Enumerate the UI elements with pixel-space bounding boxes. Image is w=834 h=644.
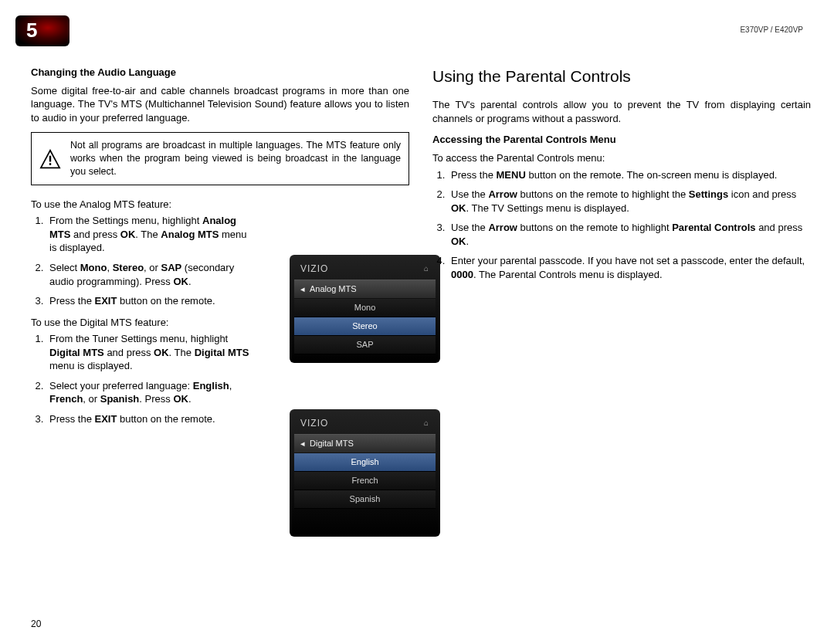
page-number: 20 [31,618,41,630]
list-item: Select your preferred language: English,… [46,379,255,406]
chapter-badge: 5 [15,15,70,46]
access-intro: To access the Parental Controls menu: [432,151,811,165]
tv-menu-title-row: ◂ Analog MTS [294,280,436,299]
left-intro: Some digital free-to-air and cable chann… [31,84,409,125]
tv-brand: VIZIO [300,417,328,429]
analog-steps: From the Settings menu, highlight Analog… [31,214,255,307]
list-item: Select Mono, Stereo, or SAP (secondary a… [46,261,255,288]
tv-menu-item: SAP [294,336,436,354]
list-item: Press the EXIT button on the remote. [46,412,255,426]
list-item: From the Tuner Settings menu, highlight … [46,332,255,373]
tv-menu-item: Mono [294,299,436,317]
list-item: Use the Arrow buttons on the remote to h… [448,221,811,248]
tv-menu-title: Digital MTS [310,438,354,449]
chevron-left-icon: ◂ [300,283,305,295]
right-intro: The TV's parental controls allow you to … [432,98,811,125]
tv-menu-title-row: ◂ Digital MTS [294,434,436,453]
left-subheading: Changing the Audio Language [31,66,409,80]
tv-menu-item: Spanish [294,490,436,509]
right-heading: Using the Parental Controls [432,66,811,87]
list-item: Press the EXIT button on the remote. [46,294,255,308]
list-item: Press the MENU button on the remote. The… [448,168,811,182]
wifi-icon: ⌂ [424,263,429,274]
warning-icon [39,149,61,169]
tv-menu-item: French [294,472,436,490]
list-item: Enter your parental passcode. If you hav… [448,254,811,281]
analog-intro: To use the Analog MTS feature: [31,198,255,212]
digital-steps: From the Tuner Settings menu, highlight … [31,332,255,425]
right-subheading: Accessing the Parental Controls Menu [432,133,811,147]
digital-intro: To use the Digital MTS feature: [31,316,255,330]
chevron-left-icon: ◂ [300,438,305,449]
parental-steps: Press the MENU button on the remote. The… [432,168,811,282]
tv-menu-title: Analog MTS [310,283,357,295]
svg-rect-2 [49,163,51,165]
tv-menu-item-selected: Stereo [294,317,436,336]
tv-screenshot-digital: VIZIO ⌂ ◂ Digital MTS English French Spa… [290,409,440,537]
list-item: From the Settings menu, highlight Analog… [46,214,255,255]
wifi-icon: ⌂ [424,418,429,429]
tv-screenshot-analog: VIZIO ⌂ ◂ Analog MTS Mono Stereo SAP [290,255,440,363]
right-column: Using the Parental Controls The TV's par… [432,66,811,289]
svg-rect-1 [49,155,51,161]
list-item: Use the Arrow buttons on the remote to h… [448,188,811,215]
tv-menu-item-selected: English [294,453,436,472]
model-id: E370VP / E420VP [740,25,803,36]
left-column: Changing the Audio Language Some digital… [31,66,409,433]
tv-brand: VIZIO [300,263,328,275]
note-box: Not all programs are broadcast in multip… [31,132,409,185]
note-text: Not all programs are broadcast in multip… [70,140,401,177]
